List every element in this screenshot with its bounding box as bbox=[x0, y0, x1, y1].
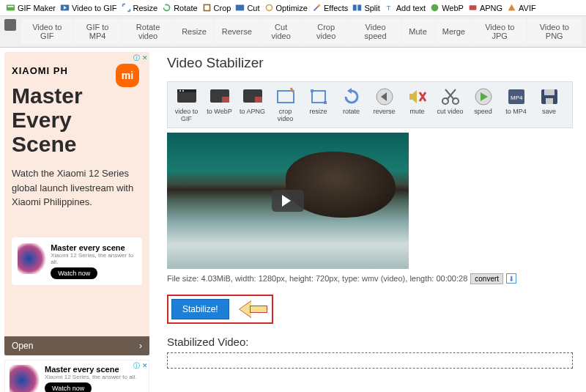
ad-banner-sub: Xiaomi 12 Series, the answer to all. bbox=[45, 374, 136, 380]
ad-watch-now-button[interactable]: Watch now bbox=[51, 267, 97, 279]
svg-text:T: T bbox=[386, 4, 390, 12]
stabilize-button[interactable]: Stabilize! bbox=[171, 299, 229, 319]
tab-video-to-jpg[interactable]: Video to JPG bbox=[473, 19, 527, 44]
tab-bar: Video to GIF GIF to MP4 Rotate video Res… bbox=[0, 16, 586, 48]
svg-rect-22 bbox=[255, 97, 262, 103]
svg-rect-38 bbox=[546, 98, 553, 104]
svg-rect-5 bbox=[204, 4, 209, 10]
video-preview[interactable] bbox=[167, 133, 409, 269]
svg-rect-24 bbox=[312, 91, 325, 103]
ad-banner[interactable]: Master every scene Xiaomi 12 Series, the… bbox=[12, 237, 142, 285]
ad-banner-image bbox=[10, 365, 40, 392]
nav-optimize[interactable]: Optimize bbox=[264, 3, 308, 12]
tool-to-mp4[interactable]: MP4to MP4 bbox=[500, 85, 532, 125]
nav-resize[interactable]: Resize bbox=[122, 3, 158, 12]
svg-rect-0 bbox=[7, 4, 15, 10]
svg-text:MP4: MP4 bbox=[511, 95, 523, 101]
ad-secondary[interactable]: ⓘ ✕ Master every scene Xiaomi 12 Series,… bbox=[4, 360, 149, 392]
tab-crop-video[interactable]: Crop video bbox=[303, 19, 349, 44]
svg-marker-4 bbox=[165, 4, 166, 6]
nav-video-to-gif[interactable]: Video to GIF bbox=[60, 3, 117, 12]
ad-close-icon[interactable]: ⓘ ✕ bbox=[133, 53, 148, 63]
tab-resize[interactable]: Resize bbox=[174, 19, 214, 44]
nav-split[interactable]: Split bbox=[352, 3, 379, 12]
svg-rect-26 bbox=[324, 101, 327, 104]
tool-resize[interactable]: resize bbox=[303, 85, 334, 125]
ad-close-icon[interactable]: ⓘ ✕ bbox=[133, 361, 148, 371]
nav-avif[interactable]: AVIF bbox=[507, 3, 536, 12]
download-icon[interactable]: ⬇ bbox=[506, 273, 516, 284]
tool-crop-video[interactable]: crop video bbox=[270, 85, 301, 125]
chevron-right-icon: › bbox=[139, 341, 142, 351]
tab-gif-to-mp4[interactable]: GIF to MP4 bbox=[73, 19, 122, 44]
ad-watch-now-button[interactable]: Watch now bbox=[45, 382, 92, 392]
main-content: Video Stabilizer video to GIF to WebP to… bbox=[154, 48, 586, 392]
ad-primary[interactable]: ⓘ ✕ mi XIAOMI PH Master Every Scene Watc… bbox=[4, 52, 149, 336]
nav-gif-maker[interactable]: GIF Maker bbox=[6, 3, 56, 12]
svg-rect-37 bbox=[544, 89, 555, 95]
tool-rotate[interactable]: rotate bbox=[335, 85, 367, 125]
svg-rect-10 bbox=[358, 4, 362, 10]
svg-rect-13 bbox=[470, 5, 477, 10]
tool-cut-video[interactable]: cut video bbox=[434, 85, 466, 125]
tool-palette: video to GIF to WebP to APNG crop video … bbox=[167, 81, 573, 128]
svg-rect-20 bbox=[222, 97, 229, 103]
file-info: File size: 4.03MiB, width: 1280px, heigh… bbox=[167, 273, 573, 284]
svg-rect-6 bbox=[236, 4, 244, 10]
svg-rect-9 bbox=[353, 4, 357, 10]
ad-banner-sub: Xiaomi 12 Series, the answer to all. bbox=[51, 252, 136, 265]
svg-point-12 bbox=[431, 4, 439, 12]
tab-reverse[interactable]: Reverse bbox=[215, 19, 259, 44]
tool-reverse[interactable]: reverse bbox=[368, 85, 400, 125]
tab-merge[interactable]: Merge bbox=[435, 19, 472, 44]
tab-rotate-video[interactable]: Rotate video bbox=[122, 19, 174, 44]
tool-video-to-gif[interactable]: video to GIF bbox=[171, 85, 202, 125]
ad-banner-image bbox=[18, 243, 46, 274]
ad-banner-title: Master every scene bbox=[51, 243, 136, 252]
nav-webp[interactable]: WebP bbox=[430, 3, 464, 12]
nav-add-text[interactable]: TAdd text bbox=[385, 3, 426, 12]
nav-apng[interactable]: APNG bbox=[468, 3, 502, 12]
svg-point-7 bbox=[266, 4, 272, 10]
convert-button[interactable]: convert bbox=[470, 273, 503, 284]
file-info-text: File size: 4.03MiB, width: 1280px, heigh… bbox=[167, 274, 467, 283]
play-icon[interactable] bbox=[272, 190, 304, 212]
tool-to-apng[interactable]: to APNG bbox=[237, 85, 268, 125]
tool-speed[interactable]: speed bbox=[467, 85, 499, 125]
tab-video-to-gif[interactable]: Video to GIF bbox=[21, 19, 73, 44]
nav-cut[interactable]: Cut bbox=[235, 3, 259, 12]
svg-rect-25 bbox=[311, 89, 314, 92]
tab-mute[interactable]: Mute bbox=[401, 19, 434, 44]
stabilize-highlight: Stabilize! bbox=[167, 295, 273, 324]
tool-save[interactable]: save bbox=[533, 85, 565, 125]
ad-open-button[interactable]: Open› bbox=[4, 336, 149, 355]
svg-rect-1 bbox=[7, 6, 13, 7]
svg-rect-23 bbox=[278, 91, 294, 103]
output-placeholder bbox=[167, 352, 573, 369]
xiaomi-logo-icon: mi bbox=[116, 64, 139, 87]
nav-effects[interactable]: Effects bbox=[312, 3, 348, 12]
sidebar: ⓘ ✕ mi XIAOMI PH Master Every Scene Watc… bbox=[0, 48, 154, 392]
nav-rotate[interactable]: Rotate bbox=[162, 3, 197, 12]
tab-video-speed[interactable]: Video speed bbox=[350, 19, 401, 44]
nav-crop[interactable]: Crop bbox=[202, 3, 231, 12]
tool-mute[interactable]: mute bbox=[401, 85, 433, 125]
svg-marker-27 bbox=[347, 88, 352, 94]
camera-icon bbox=[4, 19, 16, 31]
arrow-left-icon bbox=[240, 301, 269, 317]
top-nav: GIF Maker Video to GIF Resize Rotate Cro… bbox=[0, 0, 586, 16]
stabilized-heading: Stabilized Video: bbox=[167, 336, 573, 348]
svg-point-18 bbox=[182, 90, 184, 92]
tab-cut-video[interactable]: Cut video bbox=[260, 19, 303, 44]
ad-headline: Master Every Scene bbox=[12, 84, 142, 156]
ad-banner-title: Master every scene bbox=[45, 365, 136, 374]
tab-video-to-png[interactable]: Video to PNG bbox=[527, 19, 582, 44]
tool-to-webp[interactable]: to WebP bbox=[204, 85, 235, 125]
svg-point-8 bbox=[318, 4, 320, 7]
svg-marker-14 bbox=[508, 4, 516, 11]
page-title: Video Stabilizer bbox=[167, 55, 573, 71]
ad-text: Watch the Xiaomi 12 Series global launch… bbox=[12, 166, 142, 210]
svg-point-17 bbox=[179, 90, 181, 92]
